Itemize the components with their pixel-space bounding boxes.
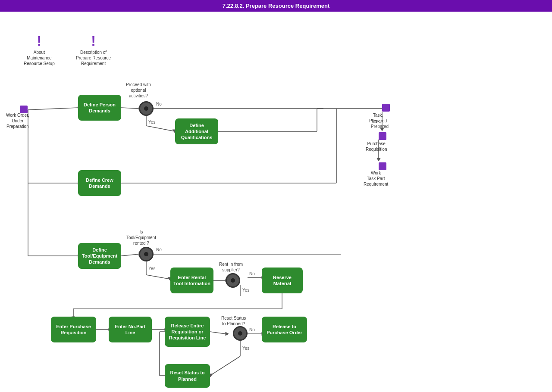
reset-status-label: Reset Status toPlanned [170, 370, 204, 382]
reserve-material-label: Reserve Material [264, 274, 300, 287]
desc-label: Description ofPrepare ResourceRequiremen… [76, 50, 111, 66]
define-addl-qual-label: DefineAdditionalQualifications [181, 122, 213, 141]
define-tool-label: DefineTool/EquipmentDemands [82, 247, 117, 265]
purchase-requisition-node [379, 132, 386, 140]
work-task-part-label: WorkTask PartRequirement [364, 170, 388, 187]
svg-marker-46 [226, 332, 229, 336]
about-maintenance-icon[interactable]: ! AboutMaintenanceResource Setup [24, 34, 55, 66]
diagram-container: No Yes No Yes [0, 12, 552, 391]
svg-line-8 [146, 126, 175, 131]
reserve-material-box[interactable]: Reserve Material [262, 268, 303, 293]
define-crew-label: Define CrewDemands [86, 177, 113, 190]
rent-supplier-label: Rent In fromsupplier? [219, 261, 243, 273]
svg-marker-60 [377, 158, 380, 161]
rent-supplier-diamond [226, 273, 240, 288]
release-purchase-order-box[interactable]: Release toPurchase Order [262, 317, 307, 342]
svg-line-22 [121, 254, 139, 256]
define-crew-demands-box[interactable]: Define CrewDemands [78, 170, 121, 196]
svg-text:No: No [156, 102, 162, 106]
svg-text:Yes: Yes [148, 120, 155, 124]
svg-marker-58 [380, 128, 384, 131]
svg-text:Yes: Yes [242, 288, 249, 292]
enter-rental-tool-box[interactable]: Enter RentalTool Information [170, 268, 213, 293]
define-person-demands-label: Define PersonDemands [84, 102, 116, 114]
proceed-optional-diamond [139, 101, 154, 116]
svg-line-45 [210, 332, 226, 334]
define-person-demands-box[interactable]: Define PersonDemands [78, 95, 121, 121]
reset-status-q-label: Reset Statusto Planned? [221, 315, 246, 327]
about-label: AboutMaintenanceResource Setup [24, 50, 55, 66]
release-purchase-label: Release toPurchase Order [267, 324, 302, 336]
about-exclaim: ! [37, 34, 42, 48]
svg-text:No: No [249, 327, 255, 332]
purchase-requisition-label: PurchaseRequisition [366, 141, 387, 152]
desc-exclaim: ! [91, 34, 96, 48]
enter-purchase-requisition-box[interactable]: Enter PurchaseRequisition [51, 317, 96, 342]
release-entire-label: Release EntireRequisition orRequisition … [169, 323, 206, 341]
tool-rented-diamond [139, 247, 154, 261]
svg-text:Prepared: Prepared [371, 124, 389, 129]
release-entire-requisition-box[interactable]: Release EntireRequisition orRequisition … [165, 317, 210, 347]
proceed-optional-label: Proceed withoptionalactivities? [126, 82, 151, 99]
title-bar: 7.22.8.2. Prepare Resource Requirement [0, 0, 552, 12]
svg-text:No: No [156, 247, 162, 252]
define-tool-equipment-box[interactable]: DefineTool/EquipmentDemands [78, 243, 121, 269]
work-order-label: Work Order,UnderPreparation [6, 112, 29, 129]
enter-purchase-label: Enter PurchaseRequisition [56, 324, 91, 336]
svg-line-27 [146, 275, 170, 279]
svg-line-0 [28, 108, 78, 110]
svg-line-51 [210, 356, 240, 376]
tool-rented-label: IsTool/Equipmentrented ? [126, 229, 156, 246]
work-task-part-node [379, 162, 386, 170]
reset-status-planned-box[interactable]: Reset Status toPlanned [165, 364, 210, 388]
enter-rental-label: Enter RentalTool Information [173, 274, 210, 287]
svg-text:Yes: Yes [242, 346, 249, 351]
svg-text:No: No [249, 271, 255, 276]
page-title: 7.22.8.2. Prepare Resource Requirement [223, 3, 330, 9]
task-prepared-node [382, 104, 390, 112]
enter-no-part-line-box[interactable]: Enter No-PartLine [109, 317, 152, 342]
reset-status-diamond [233, 326, 248, 341]
svg-text:Yes: Yes [148, 266, 155, 271]
svg-line-2 [121, 108, 139, 109]
define-additional-qualifications-box[interactable]: DefineAdditionalQualifications [175, 118, 218, 144]
enter-no-part-label: Enter No-PartLine [115, 324, 146, 336]
task-prepared-label: Task,Prepared [369, 112, 387, 124]
description-icon[interactable]: ! Description ofPrepare ResourceRequirem… [76, 34, 111, 66]
